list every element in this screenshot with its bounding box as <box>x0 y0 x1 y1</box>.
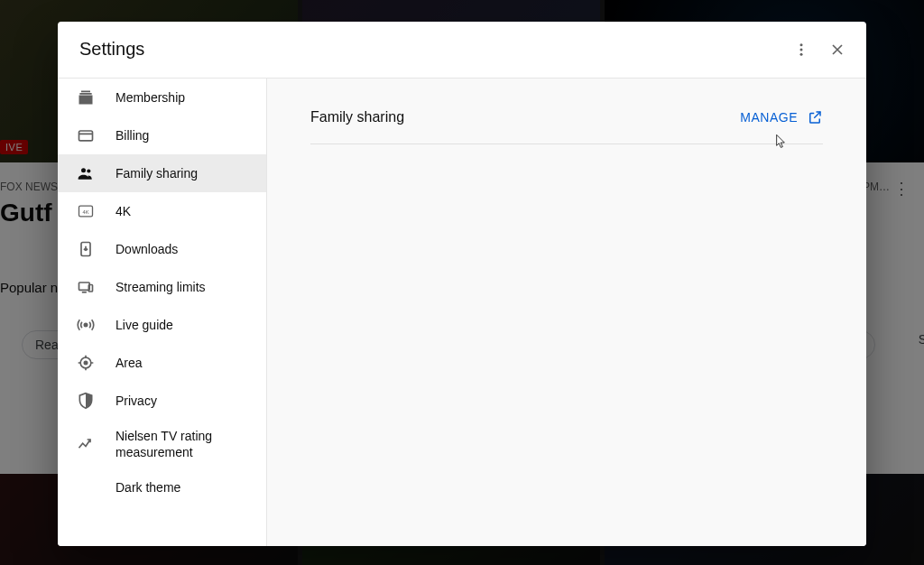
sidebar-item-label: Downloads <box>116 241 252 257</box>
sidebar-item-live-guide[interactable]: Live guide <box>58 306 266 344</box>
sidebar-item-label: Dark theme <box>116 479 252 496</box>
manage-label: MANAGE <box>740 110 798 125</box>
family-sharing-section: Family sharing MANAGE <box>310 109 823 144</box>
svg-point-4 <box>81 168 86 172</box>
settings-content: Family sharing MANAGE <box>267 79 866 546</box>
svg-rect-9 <box>79 282 90 290</box>
svg-text:4K: 4K <box>82 209 88 215</box>
sidebar-item-streaming-limits[interactable]: Streaming limits <box>58 268 266 306</box>
settings-modal: Settings Membership Billi <box>58 22 866 546</box>
download-icon <box>76 239 96 259</box>
sidebar-item-downloads[interactable]: Downloads <box>58 230 266 268</box>
close-icon <box>828 41 846 59</box>
sidebar-item-label: Membership <box>116 89 252 106</box>
sidebar-item-label: 4K <box>116 203 252 219</box>
svg-point-1 <box>800 48 803 51</box>
sidebar-item-nielsen[interactable]: Nielsen TV rating measurement <box>58 420 266 468</box>
modal-title: Settings <box>79 39 783 60</box>
svg-point-2 <box>800 52 803 55</box>
svg-point-11 <box>84 323 87 326</box>
sidebar-item-area[interactable]: Area <box>58 344 266 382</box>
sidebar-item-dark-theme[interactable]: Dark theme <box>58 468 266 506</box>
more-options-button[interactable] <box>783 32 819 68</box>
sidebar-item-label: Live guide <box>116 317 252 333</box>
sidebar-item-label: Nielsen TV rating measurement <box>116 428 252 460</box>
more-vert-icon <box>793 42 809 58</box>
subscriptions-icon <box>76 88 96 107</box>
people-icon <box>76 163 96 183</box>
modal-header: Settings <box>58 22 866 78</box>
svg-rect-10 <box>88 285 92 292</box>
modal-body: Membership Billing Family sharing 4K 4K <box>58 78 866 546</box>
moon-icon <box>76 477 96 497</box>
credit-card-icon <box>76 125 96 145</box>
target-icon <box>76 353 96 373</box>
section-title: Family sharing <box>310 109 404 125</box>
sidebar-item-family-sharing[interactable]: Family sharing <box>58 154 266 192</box>
sidebar-item-privacy[interactable]: Privacy <box>58 382 266 420</box>
broadcast-icon <box>76 315 96 335</box>
sidebar-item-label: Streaming limits <box>116 279 252 295</box>
svg-point-0 <box>800 43 803 46</box>
svg-point-13 <box>84 361 87 364</box>
svg-point-5 <box>87 169 90 172</box>
svg-rect-3 <box>79 131 93 141</box>
sidebar-item-4k[interactable]: 4K 4K <box>58 192 266 230</box>
sidebar-item-membership[interactable]: Membership <box>58 79 266 116</box>
sidebar-item-label: Family sharing <box>116 165 252 181</box>
sidebar-item-label: Area <box>116 355 252 371</box>
sidebar-item-label: Billing <box>116 127 252 144</box>
open-external-icon <box>807 109 823 125</box>
sidebar-item-label: Privacy <box>116 393 252 409</box>
devices-icon <box>76 277 96 297</box>
sidebar-item-billing[interactable]: Billing <box>58 116 266 154</box>
settings-sidebar: Membership Billing Family sharing 4K 4K <box>58 79 267 546</box>
close-button[interactable] <box>819 32 855 68</box>
4k-icon: 4K <box>76 201 96 221</box>
shield-icon <box>76 391 96 411</box>
manage-button[interactable]: MANAGE <box>740 109 823 125</box>
trend-icon <box>76 434 96 454</box>
